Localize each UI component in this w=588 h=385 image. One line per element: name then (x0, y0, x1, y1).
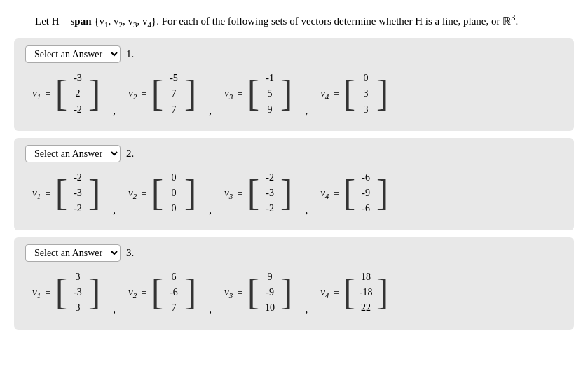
problem-number-1: 1. (126, 48, 134, 60)
v1-matrix-1: [ -3 2 -2 ] (55, 70, 101, 118)
v2-group-1: v2 = [ -5 7 7 ] (128, 70, 196, 118)
problem-number-2: 2. (126, 148, 134, 160)
answer-row-1: Select an Answer Line Plane ℝ³ 1. (25, 46, 563, 63)
v2-matrix-1: [ -5 7 7 ] (151, 70, 197, 118)
span-keyword: span (71, 15, 92, 27)
answer-row-3: Select an Answer Line Plane ℝ³ 3. (25, 244, 563, 262)
vectors-row-1: v1 = [ -3 2 -2 ] , v2 = [ -5 7 (25, 70, 563, 121)
header-text: Let H = span {v1, v2, v3, v4}. For each … (14, 7, 574, 29)
vectors-row-3: v1 = [ 3 -3 3 ] , v2 = [ 6 -6 7 (25, 269, 563, 320)
v4-matrix-1: [ 0 3 3 ] (343, 70, 389, 118)
v1-label-1: v1 (32, 88, 41, 101)
problem-number-3: 3. (126, 247, 134, 259)
problem-1-block: Select an Answer Line Plane ℝ³ 1. v1 = [… (14, 38, 574, 131)
problem-2-block: Select an Answer Line Plane ℝ³ 2. v1 = [… (14, 138, 574, 230)
v3-matrix-1: [ -1 5 9 ] (247, 70, 293, 118)
v3-group-1: v3 = [ -1 5 9 ] (224, 70, 292, 118)
answer-row-2: Select an Answer Line Plane ℝ³ 2. (25, 145, 563, 162)
select-answer-3[interactable]: Select an Answer Line Plane ℝ³ (25, 244, 121, 262)
select-answer-2[interactable]: Select an Answer Line Plane ℝ³ (25, 145, 121, 162)
v4-group-1: v4 = [ 0 3 3 ] (320, 70, 388, 118)
select-answer-1[interactable]: Select an Answer Line Plane ℝ³ (25, 46, 121, 63)
problem-3-block: Select an Answer Line Plane ℝ³ 3. v1 = [… (14, 237, 574, 330)
v1-group-1: v1 = [ -3 2 -2 ] (32, 70, 100, 118)
vectors-row-2: v1 = [ -2 -3 -2 ] , v2 = [ 0 0 0 (25, 169, 563, 220)
